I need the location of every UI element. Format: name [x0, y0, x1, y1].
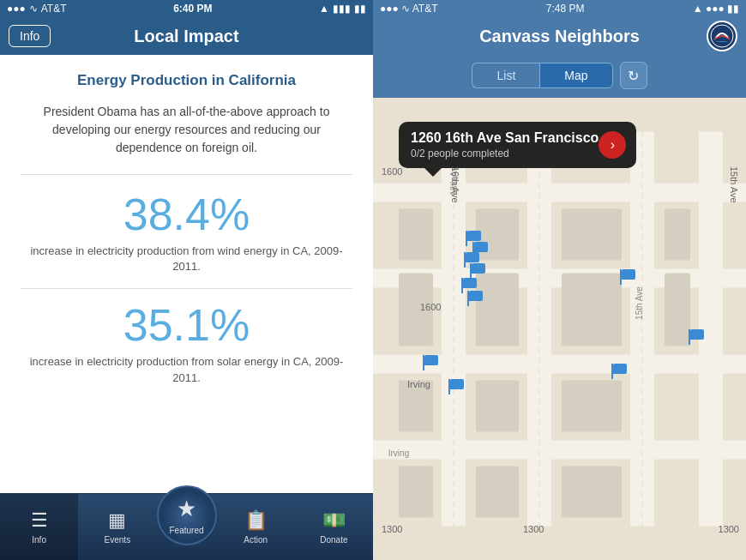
svg-rect-13: [399, 209, 433, 261]
battery-right: ▲ ●●● ▮▮: [693, 3, 739, 15]
map-button[interactable]: Map: [539, 63, 612, 88]
pin-flag-6: [469, 291, 483, 301]
status-bar-left: ●●● ∿ AT&T 6:40 PM ▲ ▮▮▮ ▮▮: [0, 0, 373, 17]
pin-flag-3: [466, 252, 479, 262]
wifi-icon: ∿: [29, 3, 38, 15]
map-pin-10[interactable]: [613, 364, 627, 374]
svg-rect-18: [562, 274, 622, 346]
map-pin-8[interactable]: [424, 355, 438, 365]
right-panel: ●●● ∿ AT&T 7:48 PM ▲ ●●● ▮▮ Canvass Neig…: [373, 0, 746, 560]
svg-rect-9: [373, 441, 746, 460]
pin-flag-11: [690, 329, 704, 340]
header-left: Info Local Impact: [0, 17, 373, 55]
svg-rect-16: [476, 274, 519, 346]
svg-rect-24: [476, 467, 519, 518]
street-label-irving: Irving: [407, 379, 430, 389]
tab-donate[interactable]: 💵 Donate: [295, 494, 373, 560]
stat-desc-1: increase in electricity production from …: [21, 244, 352, 274]
tab-featured-label: Featured: [169, 526, 203, 535]
pin-flag-9: [450, 379, 464, 389]
action-tab-icon: 📋: [244, 509, 268, 532]
popup-arrow-button[interactable]: ›: [599, 131, 626, 159]
tab-featured[interactable]: ★ Featured: [157, 485, 217, 545]
map-pin-4[interactable]: [472, 263, 485, 274]
content-left: Energy Production in California Presiden…: [0, 55, 373, 493]
map-popup[interactable]: 1260 16th Ave San Francisco 0/2 people c…: [399, 122, 636, 168]
popup-subtitle: 0/2 people completed: [411, 148, 599, 160]
map-pin-5[interactable]: [463, 278, 477, 288]
page-title-left: Local Impact: [134, 27, 238, 46]
street-label-15th: 15th Ave: [729, 166, 739, 203]
signal-right: ●●● ∿: [380, 3, 412, 15]
svg-rect-15: [476, 209, 519, 261]
tab-action[interactable]: 📋 Action: [217, 494, 295, 560]
time-left: 6:40 PM: [173, 3, 212, 15]
events-tab-icon: ▦: [108, 509, 126, 532]
tab-events[interactable]: ▦ Events: [78, 494, 156, 560]
refresh-button[interactable]: ↻: [620, 62, 647, 89]
number-label-1300-r: 1300: [719, 524, 739, 534]
stat-block-1: 38.4% increase in electricity production…: [21, 192, 352, 289]
number-label-1300-m: 1300: [523, 524, 544, 534]
refresh-icon: ↻: [628, 68, 639, 84]
pin-flag-4: [472, 263, 485, 274]
map-pin-11[interactable]: [690, 329, 704, 340]
tab-info[interactable]: ☰ Info: [0, 494, 78, 560]
stat-number-2: 35.1%: [21, 303, 352, 347]
svg-rect-19: [665, 209, 690, 261]
svg-rect-6: [373, 184, 746, 202]
tab-events-label: Events: [105, 535, 131, 545]
section-title: Energy Production in California: [21, 72, 352, 89]
battery-icon: ▮▮: [354, 3, 366, 15]
map-pin-2[interactable]: [474, 242, 488, 252]
obama-logo[interactable]: [707, 21, 737, 51]
left-panel: ●●● ∿ AT&T 6:40 PM ▲ ▮▮▮ ▮▮ Info Local I…: [0, 0, 373, 560]
time-right: 7:48 PM: [546, 3, 585, 15]
svg-rect-20: [665, 274, 690, 346]
map-pin-1[interactable]: [467, 231, 481, 241]
pin-flag-5: [463, 278, 477, 288]
pin-flag-1: [467, 231, 481, 241]
obama-logo-icon: [710, 24, 734, 48]
map-pin-6[interactable]: [469, 291, 483, 301]
map-pin-3[interactable]: [466, 252, 479, 262]
svg-rect-22: [399, 467, 433, 518]
tab-donate-label: Donate: [320, 535, 347, 545]
chevron-right-icon: ›: [611, 137, 615, 153]
segmented-control: List Map ↻: [373, 55, 746, 98]
info-button[interactable]: Info: [9, 25, 51, 47]
carrier-name: AT&T: [41, 3, 67, 15]
svg-rect-26: [562, 467, 622, 518]
pin-flag-2: [474, 242, 488, 252]
tab-info-label: Info: [32, 535, 46, 545]
number-label-1300-l: 1300: [382, 524, 402, 534]
stat-block-2: 35.1% increase in electricity production…: [21, 303, 352, 399]
stat-number-1: 38.4%: [21, 192, 352, 237]
number-label-1600: 1600: [420, 302, 441, 312]
tab-action-label: Action: [244, 535, 268, 545]
carrier-left: ●●● ∿ AT&T: [7, 3, 67, 15]
popup-tail: [424, 168, 442, 177]
status-bar-right: ●●● ∿ AT&T 7:48 PM ▲ ●●● ▮▮: [373, 0, 746, 17]
svg-text:15th Ave: 15th Ave: [635, 286, 644, 320]
map-pin-7[interactable]: [622, 269, 635, 280]
pin-flag-8: [424, 355, 438, 365]
header-right: Canvass Neighbors: [373, 17, 746, 55]
number-label-top: 1600: [382, 166, 402, 177]
pin-flag-7: [622, 269, 635, 280]
donate-tab-icon: 💵: [322, 509, 346, 532]
map-area[interactable]: 16th Ave 15th Ave Irving: [373, 98, 746, 560]
list-button[interactable]: List: [472, 63, 539, 88]
page-title-right: Canvass Neighbors: [412, 27, 707, 46]
carrier-right: ●●● ∿ AT&T: [380, 3, 438, 15]
svg-rect-17: [562, 209, 622, 261]
map-pin-9[interactable]: [450, 379, 464, 389]
popup-address: 1260 16th Ave San Francisco: [411, 130, 599, 146]
pin-flag-10: [613, 364, 627, 374]
description-text: President Obama has an all-of-the-above …: [21, 103, 352, 175]
stat-desc-2: increase in electricity production from …: [21, 354, 352, 385]
gps-icon: ▲: [319, 3, 329, 15]
signal-right-icon: ▮▮▮: [333, 3, 351, 15]
carrier-name-right: AT&T: [412, 3, 438, 15]
tab-bar: ☰ Info ▦ Events ★ Featured 📋 Action 💵 Do…: [0, 493, 373, 560]
